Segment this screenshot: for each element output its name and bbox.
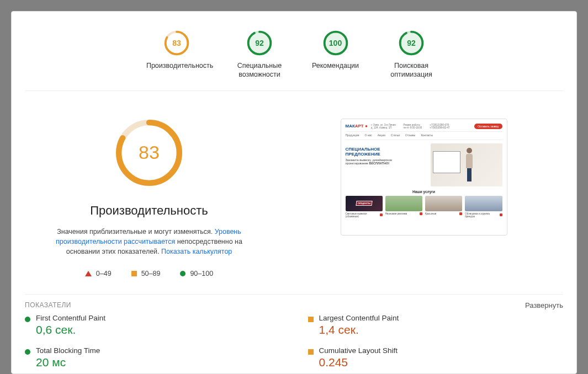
circle-icon	[25, 317, 30, 322]
gauge-score: 92	[399, 30, 424, 56]
performance-section: 83 Производительность Значения приблизит…	[25, 91, 563, 295]
metric-value: 0.245	[319, 356, 398, 369]
site-thumbnail-column: МАКАРТ ● г. Омск, ул. 3-я Линияд. 124, п…	[284, 119, 563, 277]
metric-name: Largest Contentful Paint	[319, 314, 399, 322]
triangle-icon	[85, 271, 92, 276]
expand-button[interactable]: Развернуть	[525, 301, 563, 309]
metrics-header: ПОКАЗАТЕЛИ Развернуть	[25, 295, 563, 314]
performance-description: Значения приблизительные и могут изменят…	[44, 227, 254, 257]
metric-value: 1,4 сек.	[319, 323, 399, 336]
square-icon	[131, 271, 137, 276]
gauge-label: Производительность	[146, 61, 207, 70]
performance-gauge-large: 83	[115, 119, 183, 187]
site-thumbnail: МАКАРТ ● г. Омск, ул. 3-я Линияд. 124, п…	[341, 119, 507, 236]
square-icon	[308, 349, 314, 355]
gauge-label: Поисковая оптимизация	[381, 61, 442, 79]
metric-name: First Contentful Paint	[36, 314, 105, 322]
thumb-logo: МАКАРТ ●	[346, 124, 368, 129]
thumb-cta: Оставить заявку	[474, 124, 502, 129]
performance-column: 83 Производительность Значения приблизит…	[25, 119, 262, 277]
show-calculator-link[interactable]: Показать калькулятор	[161, 248, 232, 255]
metric-name: Cumulative Layout Shift	[319, 346, 398, 355]
circle-icon	[180, 271, 186, 276]
gauge-best-practices-small[interactable]: 100 Рекомендации	[312, 30, 359, 79]
metric-cls[interactable]: Cumulative Layout Shift 0.245	[308, 346, 564, 369]
score-legend: 0–49 50–89 90–100	[85, 270, 213, 277]
thumb-nav: ПродукцияО насАкцииСтатьиОтзывыКонтакты	[346, 132, 502, 140]
metrics-title: ПОКАЗАТЕЛИ	[25, 301, 71, 309]
gauge-score: 100	[323, 30, 348, 56]
gauge-performance-small[interactable]: 83 Производительность	[146, 30, 207, 79]
metric-fcp[interactable]: First Contentful Paint 0,6 сек.	[25, 314, 280, 336]
category-gauges-row: 83 Производительность 92 Специальные воз…	[25, 25, 563, 91]
metric-value: 0,6 сек.	[36, 323, 105, 336]
performance-title: Производительность	[90, 204, 208, 218]
gauge-label: Специальные возможности	[229, 61, 290, 79]
metric-tbt[interactable]: Total Blocking Time 20 мс	[25, 346, 280, 369]
gauge-score: 92	[247, 30, 272, 56]
metric-value: 20 мс	[36, 356, 100, 369]
performance-score: 83	[115, 119, 183, 187]
gauge-seo-small[interactable]: 92 Поисковая оптимизация	[381, 30, 442, 79]
square-icon	[308, 317, 314, 322]
gauge-score: 83	[164, 30, 189, 56]
metric-name: Total Blocking Time	[36, 346, 100, 355]
report-card: 83 Производительность 92 Специальные воз…	[11, 11, 577, 374]
metrics-grid: First Contentful Paint 0,6 сек. Largest …	[25, 314, 563, 373]
gauge-accessibility-small[interactable]: 92 Специальные возможности	[229, 30, 290, 79]
metric-lcp[interactable]: Largest Contentful Paint 1,4 сек.	[308, 314, 564, 336]
gauge-label: Рекомендации	[312, 61, 359, 70]
circle-icon	[25, 349, 30, 355]
